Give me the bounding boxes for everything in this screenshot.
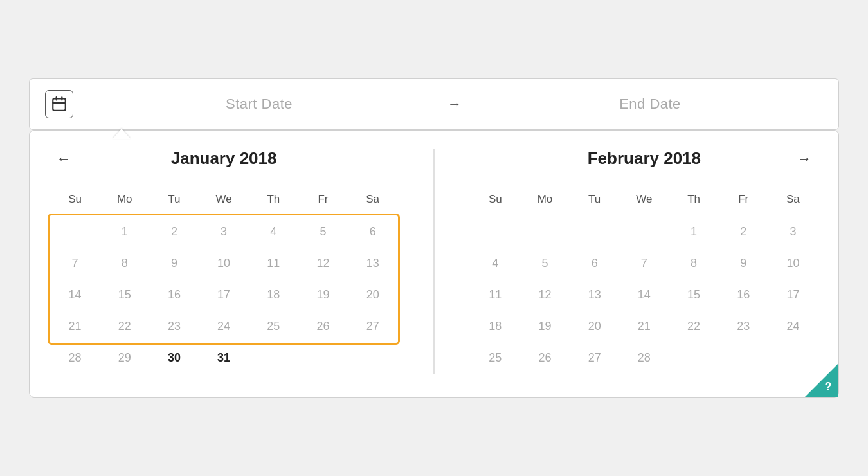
day-cell[interactable]: 1 <box>669 216 718 248</box>
day-cell[interactable]: 26 <box>298 311 348 342</box>
help-label: ? <box>825 380 832 394</box>
calendar-icon[interactable] <box>45 90 73 118</box>
day-cell[interactable]: 15 <box>100 279 149 311</box>
day-cell[interactable]: 11 <box>471 279 520 311</box>
start-date-label: Start Date <box>86 96 432 113</box>
arrow-right-icon: → <box>448 96 462 113</box>
day-cell[interactable]: 7 <box>619 248 669 279</box>
day-cell[interactable]: 16 <box>149 279 199 311</box>
january-calendar: ← January 2018 SuMoTuWeThFrSa12345678910… <box>50 149 397 374</box>
day-of-week-header: Fr <box>298 187 348 216</box>
day-cell <box>669 342 718 374</box>
day-of-week-header: Sa <box>768 187 818 216</box>
day-of-week-header: Su <box>471 187 520 216</box>
day-cell[interactable]: 3 <box>768 216 818 248</box>
day-cell[interactable]: 14 <box>50 279 100 311</box>
day-cell <box>520 216 570 248</box>
day-cell[interactable]: 12 <box>298 248 348 279</box>
day-of-week-header: Th <box>669 187 718 216</box>
day-cell[interactable]: 6 <box>348 216 397 248</box>
day-cell[interactable]: 19 <box>298 279 348 311</box>
day-cell[interactable]: 22 <box>669 311 718 342</box>
day-of-week-header: We <box>619 187 669 216</box>
day-cell <box>298 342 348 374</box>
day-cell <box>619 216 669 248</box>
day-cell[interactable]: 9 <box>719 248 768 279</box>
day-cell[interactable]: 7 <box>50 248 100 279</box>
day-cell[interactable]: 17 <box>199 279 249 311</box>
february-calendar: February 2018 → SuMoTuWeThFrSa1234567891… <box>471 149 818 374</box>
svg-rect-0 <box>53 98 66 110</box>
day-of-week-header: Sa <box>348 187 397 216</box>
day-cell[interactable]: 8 <box>669 248 718 279</box>
day-cell[interactable]: 5 <box>520 248 570 279</box>
day-cell[interactable]: 20 <box>348 279 397 311</box>
day-cell <box>471 216 520 248</box>
day-cell[interactable]: 4 <box>471 248 520 279</box>
day-of-week-header: We <box>199 187 249 216</box>
day-cell[interactable]: 19 <box>520 311 570 342</box>
february-month-header: February 2018 → <box>471 149 818 169</box>
day-cell[interactable]: 22 <box>100 311 149 342</box>
day-cell[interactable]: 26 <box>520 342 570 374</box>
day-cell[interactable]: 18 <box>249 279 298 311</box>
day-cell[interactable]: 10 <box>768 248 818 279</box>
day-cell[interactable]: 17 <box>768 279 818 311</box>
day-cell[interactable]: 6 <box>570 248 619 279</box>
day-cell <box>50 216 100 248</box>
day-of-week-header: Fr <box>719 187 768 216</box>
day-cell[interactable]: 1 <box>100 216 149 248</box>
day-cell[interactable]: 23 <box>149 311 199 342</box>
day-cell[interactable]: 2 <box>719 216 768 248</box>
day-cell[interactable]: 21 <box>619 311 669 342</box>
day-cell[interactable]: 27 <box>348 311 397 342</box>
day-of-week-header: Mo <box>520 187 570 216</box>
month-divider <box>433 149 435 374</box>
day-cell[interactable]: 28 <box>619 342 669 374</box>
day-cell[interactable]: 25 <box>471 342 520 374</box>
january-month-header: ← January 2018 <box>50 149 397 169</box>
day-cell <box>348 342 397 374</box>
day-cell[interactable]: 3 <box>199 216 249 248</box>
day-cell[interactable]: 15 <box>669 279 718 311</box>
day-cell <box>570 216 619 248</box>
day-cell[interactable]: 10 <box>199 248 249 279</box>
day-cell <box>249 342 298 374</box>
day-cell[interactable]: 28 <box>50 342 100 374</box>
day-cell[interactable]: 31 <box>199 342 249 374</box>
day-cell[interactable]: 25 <box>249 311 298 342</box>
day-cell[interactable]: 18 <box>471 311 520 342</box>
day-cell[interactable]: 13 <box>348 248 397 279</box>
day-cell[interactable]: 9 <box>149 248 199 279</box>
day-cell <box>768 342 818 374</box>
day-of-week-header: Su <box>50 187 100 216</box>
day-cell[interactable]: 13 <box>570 279 619 311</box>
day-cell[interactable]: 27 <box>570 342 619 374</box>
dropdown-caret <box>113 129 131 139</box>
day-of-week-header: Th <box>249 187 298 216</box>
day-cell[interactable]: 8 <box>100 248 149 279</box>
day-cell[interactable]: 24 <box>199 311 249 342</box>
day-cell[interactable]: 16 <box>719 279 768 311</box>
day-cell[interactable]: 2 <box>149 216 199 248</box>
day-cell <box>719 342 768 374</box>
prev-month-button[interactable]: ← <box>50 148 77 170</box>
end-date-label: End Date <box>477 96 823 113</box>
day-cell[interactable]: 20 <box>570 311 619 342</box>
day-of-week-header: Tu <box>149 187 199 216</box>
day-cell[interactable]: 5 <box>298 216 348 248</box>
day-cell[interactable]: 14 <box>619 279 669 311</box>
day-cell[interactable]: 23 <box>719 311 768 342</box>
next-month-button[interactable]: → <box>791 148 818 170</box>
day-cell[interactable]: 21 <box>50 311 100 342</box>
day-cell[interactable]: 11 <box>249 248 298 279</box>
calendar-panel: ← January 2018 SuMoTuWeThFrSa12345678910… <box>29 130 839 398</box>
day-cell[interactable]: 4 <box>249 216 298 248</box>
day-cell[interactable]: 24 <box>768 311 818 342</box>
date-picker-wrapper: Start Date → End Date ← January 2018 SuM… <box>29 78 839 398</box>
day-cell[interactable]: 29 <box>100 342 149 374</box>
february-day-grid: SuMoTuWeThFrSa12345678910111213141516171… <box>471 187 818 374</box>
january-grid-wrapper: SuMoTuWeThFrSa12345678910111213141516171… <box>50 187 397 374</box>
day-cell[interactable]: 12 <box>520 279 570 311</box>
day-cell[interactable]: 30 <box>149 342 199 374</box>
